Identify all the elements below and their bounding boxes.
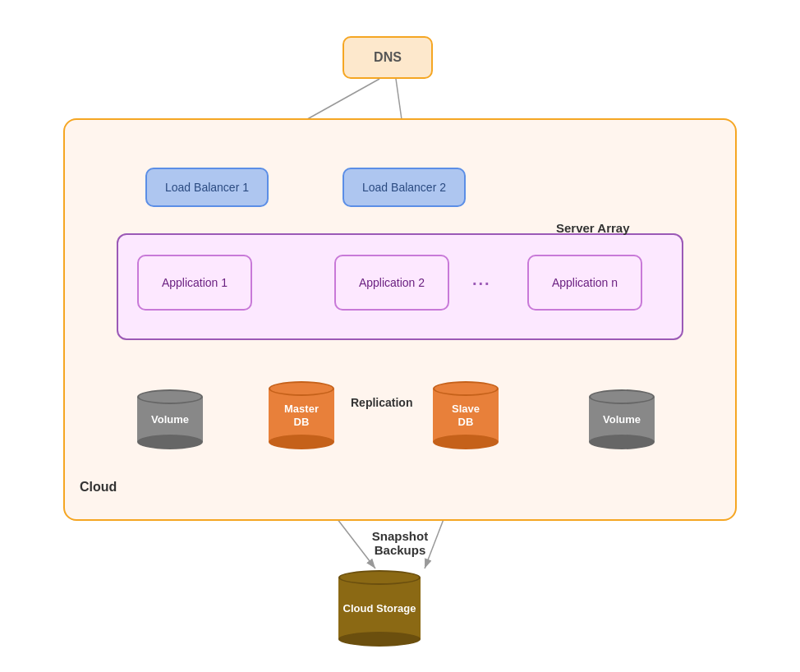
replication-label: Replication xyxy=(351,396,412,409)
diagram-container: DNS Cloud Server Array Load Balancer 1 L… xyxy=(22,12,778,660)
cloud-label: Cloud xyxy=(80,480,117,495)
load-balancer-1: Load Balancer 1 xyxy=(145,168,269,207)
server-array-label: Server Array xyxy=(556,221,630,235)
dns-box: DNS xyxy=(343,36,433,79)
slave-db: SlaveDB xyxy=(433,381,499,449)
application-n: Application n xyxy=(527,255,642,311)
volume-right: Volume xyxy=(589,389,655,449)
snapshot-backups-label: Snapshot Backups xyxy=(334,529,466,557)
lb2-label: Load Balancer 2 xyxy=(362,181,446,194)
slave-db-label: SlaveDB xyxy=(452,403,480,428)
cloud-storage: Cloud Storage xyxy=(338,570,421,647)
volume-right-label: Volume xyxy=(603,413,641,426)
application-2: Application 2 xyxy=(334,255,449,311)
load-balancer-2: Load Balancer 2 xyxy=(343,168,466,207)
volume-left-label: Volume xyxy=(151,413,189,426)
app2-label: Application 2 xyxy=(359,276,425,289)
lb1-label: Load Balancer 1 xyxy=(165,181,249,194)
app1-label: Application 1 xyxy=(162,276,228,289)
master-db: MasterDB xyxy=(269,381,334,449)
ellipsis: ··· xyxy=(472,274,491,293)
dns-label: DNS xyxy=(374,50,402,65)
volume-left: Volume xyxy=(137,389,203,449)
master-db-label: MasterDB xyxy=(284,403,319,428)
appN-label: Application n xyxy=(552,276,618,289)
cloud-storage-label: Cloud Storage xyxy=(343,602,416,615)
application-1: Application 1 xyxy=(137,255,252,311)
